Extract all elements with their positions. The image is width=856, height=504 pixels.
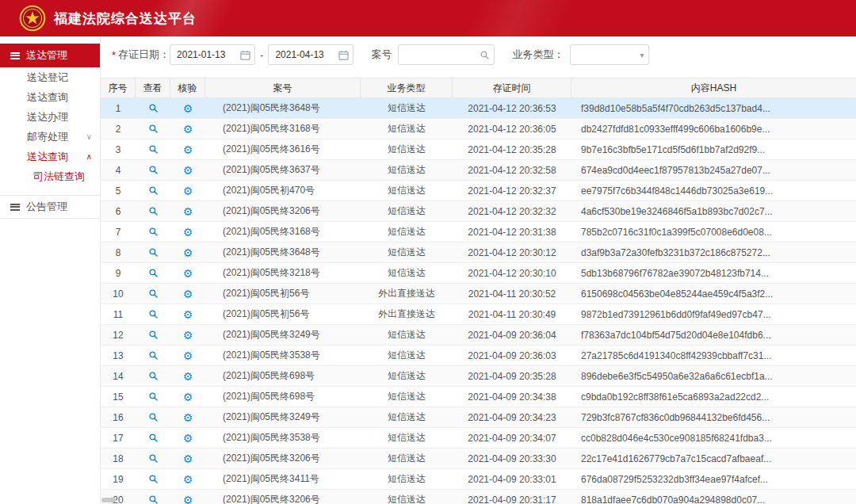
sidebar-item-delivery-query-expanded[interactable]: 送达查询 ∧ xyxy=(0,147,100,166)
verify-gear-icon[interactable]: ⚙ xyxy=(183,268,193,279)
verify-gear-icon[interactable]: ⚙ xyxy=(183,371,193,382)
view-search-magnifier-icon[interactable] xyxy=(148,144,159,155)
case-number-cell: (2021)闽05民初470号 xyxy=(205,181,361,200)
verify-gear-icon[interactable]: ⚙ xyxy=(183,206,193,217)
table-row[interactable]: 20 ⚙ (2021)闽05民终3206号 短信送达 2021-04-09 20… xyxy=(101,490,856,504)
business-type-label: 业务类型： xyxy=(512,48,564,62)
table-row[interactable]: 10 ⚙ (2021)闽05民初56号 外出直接送达 2021-04-11 20… xyxy=(101,284,856,304)
horizontal-scrollbar-thumb[interactable] xyxy=(101,498,116,502)
view-search-magnifier-icon[interactable] xyxy=(148,227,159,237)
table-row[interactable]: 11 ⚙ (2021)闽05民初56号 外出直接送达 2021-04-11 20… xyxy=(101,304,856,325)
sidebar-item-delivery-processing[interactable]: 送达办理 xyxy=(0,107,100,127)
view-search-magnifier-icon[interactable] xyxy=(148,165,159,175)
content-hash-cell: d3af9b3a72a30fefb3231b372c186c875272... xyxy=(571,242,856,262)
table-row[interactable]: 18 ⚙ (2021)闽05民终3206号 短信送达 2021-04-09 20… xyxy=(101,449,856,469)
row-index: 11 xyxy=(101,304,136,324)
view-search-magnifier-icon[interactable] xyxy=(148,185,159,196)
verify-gear-icon[interactable]: ⚙ xyxy=(183,494,193,504)
table-row[interactable]: 19 ⚙ (2021)闽05民终3411号 短信送达 2021-04-09 20… xyxy=(101,469,856,490)
view-search-magnifier-icon[interactable] xyxy=(148,453,159,464)
verify-gear-icon[interactable]: ⚙ xyxy=(183,412,193,423)
verify-gear-icon[interactable]: ⚙ xyxy=(183,144,193,155)
calendar-icon[interactable] xyxy=(240,50,250,60)
view-search-magnifier-icon[interactable] xyxy=(148,124,159,134)
case-number-cell: (2021)闽05民终3168号 xyxy=(205,222,361,242)
verify-gear-icon[interactable]: ⚙ xyxy=(183,185,193,197)
row-index: 5 xyxy=(101,181,136,200)
evidence-time-cell: 2021-04-12 20:31:38 xyxy=(453,222,571,242)
table-row[interactable]: 13 ⚙ (2021)闽05民终3538号 短信送达 2021-04-09 20… xyxy=(101,346,856,366)
view-search-magnifier-icon[interactable] xyxy=(148,391,159,402)
main-content: * 存证日期： - 案号 业务类型： xyxy=(101,36,856,504)
table-row[interactable]: 17 ⚙ (2021)闽05民终3538号 短信送达 2021-04-09 20… xyxy=(101,428,856,449)
content-hash-cell: cc0b828d046e4c530ce908185f68241fdba3... xyxy=(571,428,856,448)
content-hash-cell: 5db13b68796f76782ae39072b48123fb714... xyxy=(571,263,856,283)
content-hash-cell: f39d8d10e58b5a5f4f70cdb263d5c137bad4... xyxy=(571,98,856,118)
sidebar-item-delivery-management[interactable]: 送达管理 xyxy=(0,44,100,67)
view-search-magnifier-icon[interactable] xyxy=(148,474,159,484)
verify-gear-icon[interactable]: ⚙ xyxy=(183,474,193,485)
date-range-separator: - xyxy=(260,49,263,61)
verify-gear-icon[interactable]: ⚙ xyxy=(183,330,193,341)
view-search-magnifier-icon[interactable] xyxy=(148,433,159,443)
calendar-icon[interactable] xyxy=(338,50,349,60)
business-type-cell: 短信送达 xyxy=(361,346,453,365)
table-row[interactable]: 5 ⚙ (2021)闽05民初470号 短信送达 2021-04-12 20:3… xyxy=(101,181,856,201)
case-number-cell: (2021)闽05民终3616号 xyxy=(205,139,361,159)
table-row[interactable]: 3 ⚙ (2021)闽05民终3616号 短信送达 2021-04-12 20:… xyxy=(101,139,856,160)
sidebar-item-delivery-query[interactable]: 送达查询 xyxy=(0,87,100,107)
view-search-magnifier-icon[interactable] xyxy=(148,371,159,381)
verify-gear-icon[interactable]: ⚙ xyxy=(183,309,193,320)
view-cell xyxy=(136,346,170,365)
verify-cell: ⚙ xyxy=(170,201,205,221)
magnifier-icon[interactable] xyxy=(480,50,490,60)
table-row[interactable]: 6 ⚙ (2021)闽05民终3206号 短信送达 2021-04-12 20:… xyxy=(101,201,856,222)
verify-gear-icon[interactable]: ⚙ xyxy=(183,247,193,258)
table-row[interactable]: 2 ⚙ (2021)闽05民终3168号 短信送达 2021-04-12 20:… xyxy=(101,119,856,139)
view-search-magnifier-icon[interactable] xyxy=(148,350,159,361)
evidence-time-cell: 2021-04-09 20:36:04 xyxy=(453,325,571,345)
view-cell xyxy=(136,284,170,304)
view-search-magnifier-icon[interactable] xyxy=(148,103,159,113)
case-number-cell: (2021)闽05民终3637号 xyxy=(205,160,361,180)
verify-gear-icon[interactable]: ⚙ xyxy=(183,103,193,114)
verify-gear-icon[interactable]: ⚙ xyxy=(183,391,193,403)
verify-cell: ⚙ xyxy=(170,263,205,283)
table-row[interactable]: 9 ⚙ (2021)闽05民终3218号 短信送达 2021-04-12 20:… xyxy=(101,263,856,284)
verify-gear-icon[interactable]: ⚙ xyxy=(183,433,193,444)
view-cell xyxy=(136,119,170,139)
verify-gear-icon[interactable]: ⚙ xyxy=(183,453,193,464)
view-search-magnifier-icon[interactable] xyxy=(148,268,159,278)
business-type-select[interactable]: ▾ xyxy=(570,44,649,65)
view-search-magnifier-icon[interactable] xyxy=(148,206,159,216)
verify-gear-icon[interactable]: ⚙ xyxy=(183,124,193,135)
sidebar-item-judicial-chain-query[interactable]: 司法链查询 xyxy=(0,166,100,186)
table-row[interactable]: 12 ⚙ (2021)闽05民终3249号 短信送达 2021-04-09 20… xyxy=(101,325,856,346)
table-row[interactable]: 14 ⚙ (2021)闽05民终698号 短信送达 2021-04-09 20:… xyxy=(101,366,856,387)
row-index: 19 xyxy=(101,469,136,489)
sidebar-item-label: 送达管理 xyxy=(26,48,67,63)
table-row[interactable]: 4 ⚙ (2021)闽05民终3637号 短信送达 2021-04-12 20:… xyxy=(101,160,856,181)
sidebar-item-delivery-registration[interactable]: 送达登记 xyxy=(0,67,100,87)
table-row[interactable]: 15 ⚙ (2021)闽05民终698号 短信送达 2021-04-09 20:… xyxy=(101,387,856,407)
verify-gear-icon[interactable]: ⚙ xyxy=(183,227,193,238)
view-search-magnifier-icon[interactable] xyxy=(148,494,159,504)
view-search-magnifier-icon[interactable] xyxy=(148,412,159,422)
verify-gear-icon[interactable]: ⚙ xyxy=(183,165,193,176)
sidebar-item-mail-processing[interactable]: 邮寄处理 ∨ xyxy=(0,127,100,147)
view-search-magnifier-icon[interactable] xyxy=(148,330,159,340)
verify-cell: ⚙ xyxy=(170,490,205,504)
sidebar-item-announcement-management[interactable]: 公告管理 xyxy=(0,195,100,219)
table-row[interactable]: 16 ⚙ (2021)闽05民终3249号 短信送达 2021-04-09 20… xyxy=(101,407,856,428)
sidebar-item-label: 送达查询 xyxy=(27,90,68,105)
row-index: 14 xyxy=(101,366,136,386)
verify-gear-icon[interactable]: ⚙ xyxy=(183,288,193,300)
row-index: 16 xyxy=(101,407,136,427)
view-search-magnifier-icon[interactable] xyxy=(148,288,159,299)
table-row[interactable]: 1 ⚙ (2021)闽05民终3648号 短信送达 2021-04-12 20:… xyxy=(101,98,856,119)
view-search-magnifier-icon[interactable] xyxy=(148,309,159,319)
verify-gear-icon[interactable]: ⚙ xyxy=(183,350,193,361)
table-row[interactable]: 7 ⚙ (2021)闽05民终3168号 短信送达 2021-04-12 20:… xyxy=(101,222,856,242)
table-row[interactable]: 8 ⚙ (2021)闽05民终3648号 短信送达 2021-04-12 20:… xyxy=(101,242,856,263)
view-search-magnifier-icon[interactable] xyxy=(148,247,159,258)
